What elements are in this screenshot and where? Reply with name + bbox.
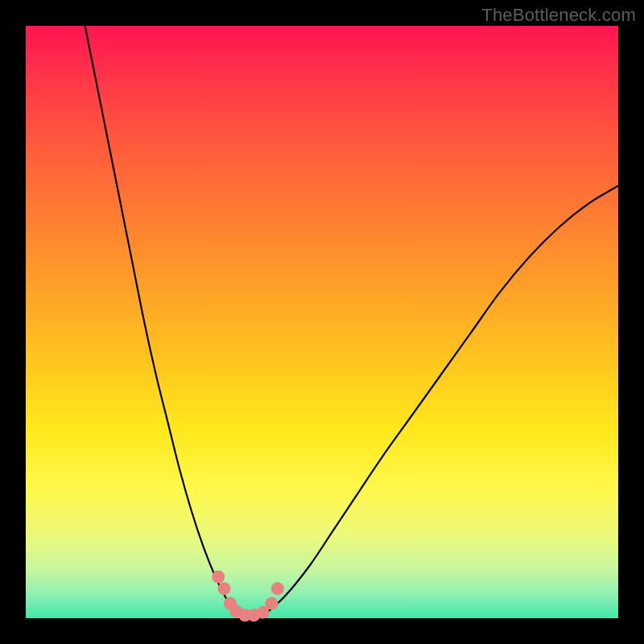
outer-frame: TheBottleneck.com — [0, 0, 644, 644]
curve-marker — [271, 582, 284, 595]
watermark-text: TheBottleneck.com — [481, 5, 636, 26]
chart-svg — [26, 26, 618, 618]
curve-markers — [212, 570, 284, 621]
curve-marker — [212, 570, 225, 583]
plot-area — [26, 26, 618, 618]
bottleneck-curve — [85, 26, 618, 617]
curve-marker — [265, 597, 278, 610]
curve-marker — [218, 582, 231, 595]
